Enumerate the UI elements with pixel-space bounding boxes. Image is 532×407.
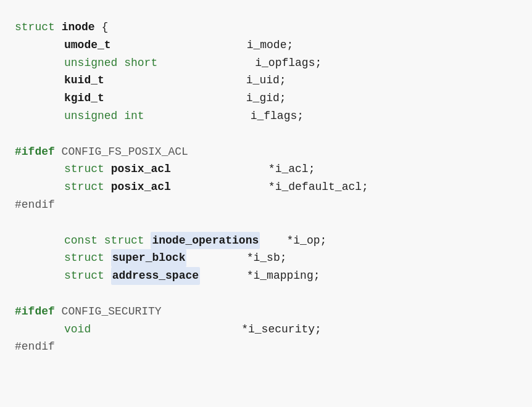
- type-kgid: kgid_t: [64, 89, 104, 107]
- type-inode-ops: inode_operations: [151, 232, 260, 250]
- type-inode: inode: [62, 18, 95, 36]
- line-ifdef-security: #ifdef CONFIG_SECURITY: [15, 303, 517, 321]
- line-posix-acl-1: struct posix_acl *i_acl;: [15, 160, 517, 178]
- field-i-opflags: i_opflags;: [255, 54, 322, 72]
- preprocessor-ifdef: #ifdef: [15, 143, 55, 161]
- type-unsigned-int: unsigned int: [64, 107, 144, 125]
- preprocessor-endif-2: #endif: [15, 338, 55, 356]
- preprocessor-config-security: CONFIG_SECURITY: [55, 303, 162, 321]
- keyword-struct-3: struct: [64, 178, 111, 196]
- type-posix-acl: posix_acl: [111, 160, 171, 178]
- keyword-struct-4: struct: [64, 249, 111, 267]
- line-endif-posix: #endif: [15, 196, 517, 214]
- type-kuid: kuid_t: [64, 72, 104, 89]
- preprocessor-ifdef-2: #ifdef: [15, 303, 55, 321]
- line-posix-acl-2: struct posix_acl *i_default_acl;: [15, 178, 517, 196]
- line-unsigned-short: unsigned short i_opflags;: [15, 54, 517, 72]
- field-i-security: *i_security;: [241, 321, 322, 339]
- field-i-acl: *i_acl;: [268, 160, 315, 178]
- line-super-block: struct super_block *i_sb;: [15, 249, 517, 267]
- blank-line-3: [15, 285, 517, 303]
- field-i-default-acl: *i_default_acl;: [268, 178, 368, 196]
- type-umode: umode_t: [64, 36, 111, 54]
- line-kuid: kuid_t i_uid;: [15, 72, 517, 89]
- field-i-gid: i_gid;: [246, 89, 286, 107]
- brace-open: {: [95, 18, 109, 36]
- type-super-block: super_block: [111, 249, 187, 267]
- line-umode: umode_t i_mode;: [15, 36, 517, 54]
- line-address-space: struct address_space *i_mapping;: [15, 267, 517, 285]
- line-kgid: kgid_t i_gid;: [15, 89, 517, 107]
- type-address-space: address_space: [111, 267, 200, 285]
- code-block: struct inode { umode_t i_mode; unsigned …: [15, 12, 517, 362]
- keyword-const-struct: const struct: [64, 232, 151, 250]
- field-i-mapping: *i_mapping;: [200, 267, 320, 285]
- line-inode-operations: const struct inode_operations *i_op;: [15, 232, 517, 250]
- keyword-struct: struct: [15, 18, 62, 36]
- field-i-op: *i_op;: [260, 232, 326, 250]
- line-unsigned-int: unsigned int i_flags;: [15, 107, 517, 125]
- blank-line-1: [15, 125, 517, 143]
- keyword-struct-2: struct: [64, 160, 111, 178]
- line-void-security: void *i_security;: [15, 321, 517, 339]
- field-i-uid: i_uid;: [246, 72, 286, 89]
- field-i-sb: *i_sb;: [186, 249, 286, 267]
- field-i-flags: i_flags;: [251, 107, 304, 125]
- blank-line-2: [15, 214, 517, 232]
- type-unsigned-short: unsigned short: [64, 54, 157, 72]
- line-endif-security: #endif: [15, 338, 517, 356]
- line-struct-open: struct inode {: [15, 18, 517, 36]
- type-void: void: [64, 321, 91, 339]
- type-posix-acl-2: posix_acl: [111, 178, 171, 196]
- preprocessor-config-posix: CONFIG_FS_POSIX_ACL: [55, 143, 188, 161]
- line-ifdef-posix: #ifdef CONFIG_FS_POSIX_ACL: [15, 143, 517, 161]
- keyword-struct-5: struct: [64, 267, 111, 285]
- field-i-mode: i_mode;: [247, 36, 294, 54]
- preprocessor-endif-1: #endif: [15, 196, 55, 214]
